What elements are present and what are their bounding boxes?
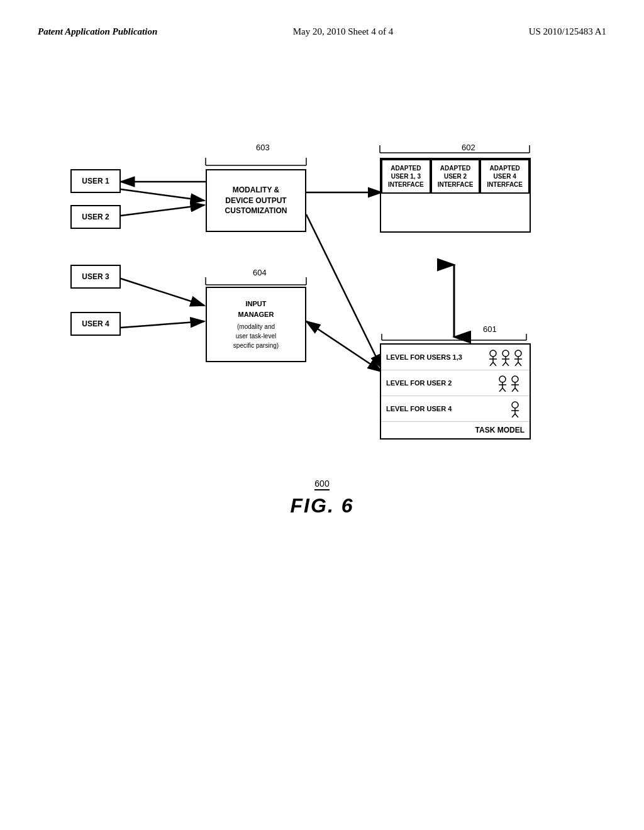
adapted-user1-3-cell: ADAPTEDUSER 1, 3INTERFACE xyxy=(381,159,431,194)
adapted-user4-cell: ADAPTEDUSER 4INTERFACE xyxy=(480,159,530,194)
publication-label: Patent Application Publication xyxy=(38,25,157,38)
svg-point-51 xyxy=(512,376,518,382)
task-model-label: TASK MODEL xyxy=(381,422,530,438)
svg-line-49 xyxy=(499,388,502,392)
svg-line-7 xyxy=(121,189,204,201)
figure-area: 600 FIG. 6 xyxy=(0,479,644,517)
svg-point-36 xyxy=(502,350,509,357)
svg-line-12 xyxy=(306,214,382,368)
adapted-user2-cell: ADAPTEDUSER 2INTERFACE xyxy=(431,159,480,194)
svg-line-54 xyxy=(512,388,515,392)
ref-604: 604 xyxy=(253,268,267,277)
user2-box: USER 2 xyxy=(70,205,121,229)
patent-number: US 2010/125483 A1 xyxy=(529,25,606,38)
svg-line-8 xyxy=(121,205,204,216)
page-header: Patent Application Publication May 20, 2… xyxy=(0,0,644,51)
adapted-interfaces-box: ADAPTEDUSER 1, 3INTERFACE ADAPTEDUSER 2I… xyxy=(380,158,531,233)
svg-line-13 xyxy=(306,321,382,372)
svg-point-31 xyxy=(490,350,496,357)
svg-line-10 xyxy=(121,321,204,328)
svg-point-41 xyxy=(515,350,521,357)
svg-line-50 xyxy=(502,388,506,392)
user3-box: USER 3 xyxy=(70,265,121,289)
svg-line-40 xyxy=(506,362,509,366)
svg-point-56 xyxy=(512,402,518,408)
svg-line-60 xyxy=(515,414,518,418)
ref-603: 603 xyxy=(256,143,270,152)
modality-box: MODALITY & DEVICE OUTPUT CUSTOMIZATION xyxy=(206,169,306,232)
svg-line-9 xyxy=(121,279,204,306)
svg-line-55 xyxy=(515,388,518,392)
task-model-box: LEVEL FOR USERS 1,3 xyxy=(380,343,531,440)
svg-line-44 xyxy=(515,362,518,366)
ref-601: 601 xyxy=(483,324,497,334)
figure-number: 600 xyxy=(0,479,644,490)
ref-602: 602 xyxy=(462,143,475,152)
user1-box: USER 1 xyxy=(70,169,121,193)
svg-line-59 xyxy=(512,414,515,418)
user4-box: USER 4 xyxy=(70,312,121,336)
diagram-container: USER 1 USER 2 USER 3 USER 4 MODALITY & D… xyxy=(39,89,605,466)
figure-caption: FIG. 6 xyxy=(0,494,644,517)
svg-line-39 xyxy=(502,362,506,366)
sheet-info: May 20, 2010 Sheet 4 of 4 xyxy=(293,25,394,38)
input-manager-box: INPUT MANAGER (modality and user task-le… xyxy=(206,287,306,362)
svg-line-45 xyxy=(518,362,521,366)
svg-line-35 xyxy=(493,362,496,366)
svg-line-34 xyxy=(490,362,493,366)
svg-point-46 xyxy=(499,376,506,382)
